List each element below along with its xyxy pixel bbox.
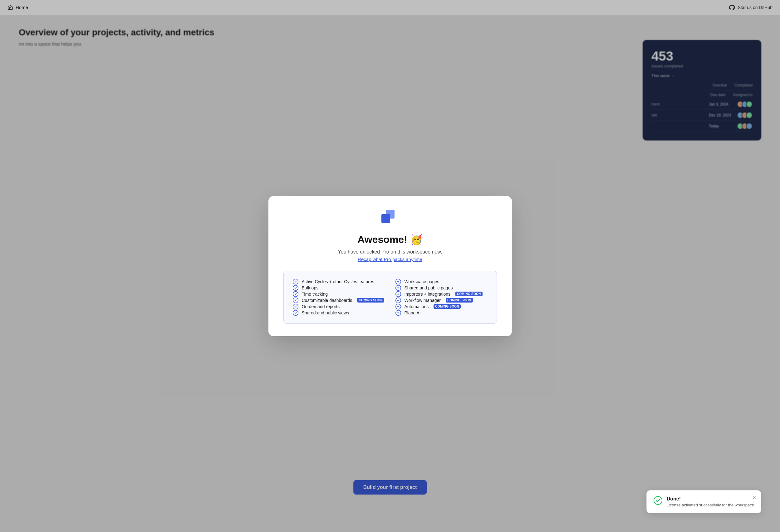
check-icon-dashboards — [292, 297, 299, 303]
feature-shared-public-views: Shared and public views — [292, 310, 385, 316]
modal-title: Awesome! 🥳 — [283, 234, 497, 245]
check-icon-importers — [395, 291, 401, 297]
check-icon-workspace-pages — [395, 279, 401, 285]
feature-workspace-pages: Workspace pages — [395, 279, 488, 285]
svg-point-15 — [654, 496, 662, 504]
coming-soon-badge-workflow: COMING SOON — [446, 298, 473, 302]
svg-rect-2 — [386, 214, 390, 219]
check-icon-shared-views — [292, 310, 299, 316]
feature-importers-integrations: Importers + integrations COMING SOON — [395, 291, 488, 297]
feature-on-demand-reports: On-demand reports — [292, 303, 385, 310]
check-icon-shared-pages — [395, 285, 401, 291]
toast-title: Done! — [667, 496, 754, 502]
feature-customizable-dashboards: Customizable dashboards COMING SOON — [292, 297, 385, 303]
toast-notification: Done! License activated successfully for… — [646, 490, 761, 513]
modal-subtitle: You have unlocked Pro on this workspace … — [283, 249, 497, 255]
coming-soon-badge-dashboards: COMING SOON — [357, 298, 384, 302]
feature-active-cycles: Active Cycles + other Cycles features — [292, 279, 385, 285]
features-right-col: Workspace pages Shared and public pages … — [395, 279, 488, 316]
toast-success-icon — [653, 496, 662, 505]
modal-logo — [283, 210, 497, 227]
check-icon-bulk-ops — [292, 285, 299, 291]
pro-unlock-modal: Awesome! 🥳 You have unlocked Pro on this… — [269, 196, 512, 336]
check-icon-time-tracking — [292, 291, 299, 297]
modal-overlay: Awesome! 🥳 You have unlocked Pro on this… — [0, 0, 780, 532]
check-icon-plane-ai — [395, 310, 401, 316]
coming-soon-badge-automations: COMING SOON — [434, 304, 461, 309]
check-icon-reports — [292, 303, 299, 310]
feature-workflow-manager: Workflow manager COMING SOON — [395, 297, 488, 303]
check-icon-active-cycles — [292, 279, 299, 285]
recap-link[interactable]: Recap what Pro packs anytime — [283, 257, 497, 262]
toast-close-button[interactable]: × — [752, 495, 756, 500]
toast-message: License activated successfully for the w… — [667, 503, 754, 507]
coming-soon-badge-importers: COMING SOON — [455, 292, 483, 296]
plane-logo-icon — [381, 210, 399, 227]
feature-plane-ai: Plane AI — [395, 310, 488, 316]
feature-bulk-ops: Bulk ops — [292, 285, 385, 291]
features-left-col: Active Cycles + other Cycles features Bu… — [292, 279, 385, 316]
feature-shared-public-pages: Shared and public pages — [395, 285, 488, 291]
feature-automations: Automations COMING SOON — [395, 303, 488, 310]
features-box: Active Cycles + other Cycles features Bu… — [283, 271, 497, 324]
feature-time-tracking: Time tracking — [292, 291, 385, 297]
toast-content: Done! License activated successfully for… — [667, 496, 754, 507]
check-icon-automations — [395, 303, 401, 310]
check-icon-workflow — [395, 297, 401, 303]
